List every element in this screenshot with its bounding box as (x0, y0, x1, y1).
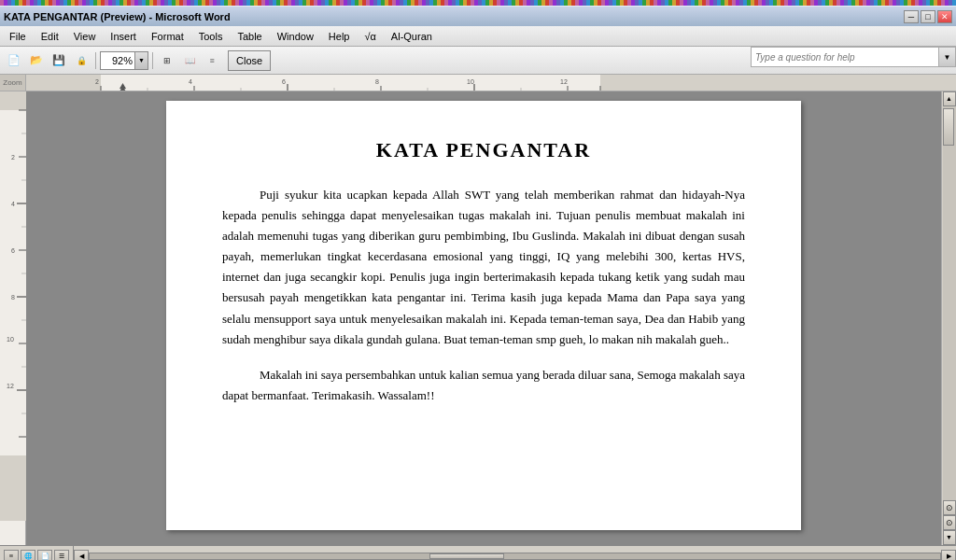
zoom-box: ▼ (100, 51, 148, 70)
scroll-track[interactable] (943, 106, 956, 500)
save-button[interactable]: 💾 (49, 50, 69, 71)
print-view-icon[interactable]: 📄 (37, 550, 52, 561)
svg-text:12: 12 (7, 383, 14, 389)
horizontal-ruler: 2 4 6 8 10 12 (26, 75, 956, 91)
new-doc-button[interactable]: 📄 (4, 50, 24, 71)
toolbar-separator-2 (152, 52, 153, 69)
vertical-ruler: 2 4 6 8 10 12 (0, 91, 26, 545)
title-bar-buttons: ─ □ ✕ (904, 10, 952, 23)
scroll-area[interactable]: KATA PENGANTAR Puji syukur kita ucapkan … (26, 91, 941, 545)
question-arrow[interactable]: ▼ (938, 48, 955, 66)
reading-layout-button[interactable]: 📖 (179, 50, 200, 71)
permission-button[interactable]: 🔒 (71, 50, 91, 71)
view-buttons: ≡ 🌐 📄 ☰ (0, 546, 74, 560)
svg-text:12: 12 (560, 78, 568, 85)
svg-text:6: 6 (11, 247, 15, 254)
scroll-up-button[interactable]: ▲ (943, 91, 956, 106)
paragraph-1: Puji syukur kita ucapkan kepada Allah SW… (222, 185, 745, 350)
ruler-corner[interactable]: Zoom (0, 75, 26, 91)
normal-view-button[interactable]: ≡ (202, 50, 222, 71)
svg-rect-2 (600, 75, 956, 91)
question-bar: ▼ (751, 47, 956, 67)
scroll-down-button[interactable]: ▼ (943, 530, 956, 545)
menu-format[interactable]: Format (144, 29, 191, 44)
close-button[interactable]: ✕ (937, 10, 952, 23)
menu-formula[interactable]: √α (357, 29, 383, 44)
menu-view[interactable]: View (66, 29, 104, 44)
menu-window[interactable]: Window (270, 29, 321, 44)
ruler-area: Zoom 2 4 6 8 10 (0, 75, 956, 91)
scroll-prev-page-button[interactable]: ⊙ (943, 500, 956, 515)
print-layout-button[interactable]: ⊞ (157, 50, 177, 71)
normal-view-icon[interactable]: ≡ (4, 550, 19, 561)
title-bar: KATA PENGANTAR (Preview) - Microsoft Wor… (0, 6, 956, 26)
document-page: KATA PENGANTAR Puji syukur kita ucapkan … (166, 101, 801, 530)
close-toolbar-button[interactable]: Close (228, 50, 271, 71)
menu-file[interactable]: File (2, 29, 34, 44)
horizontal-scroll-area: ◀ ▶ (74, 546, 956, 560)
menu-insert[interactable]: Insert (103, 29, 144, 44)
paragraph-2: Makalah ini saya persembahkan untuk kali… (222, 365, 745, 406)
svg-text:8: 8 (375, 78, 379, 85)
minimize-button[interactable]: ─ (904, 10, 919, 23)
h-scroll-track[interactable] (89, 553, 941, 560)
menu-bar: File Edit View Insert Format Tools Table… (0, 26, 956, 47)
svg-text:6: 6 (282, 78, 286, 85)
zoom-arrow[interactable]: ▼ (134, 52, 148, 69)
svg-rect-1 (26, 75, 101, 91)
svg-rect-24 (0, 91, 26, 110)
toolbar-separator-1 (95, 52, 96, 69)
svg-text:2: 2 (11, 154, 15, 161)
question-input[interactable] (752, 52, 938, 63)
scroll-thumb[interactable] (943, 108, 954, 146)
title-bar-text: KATA PENGANTAR (Preview) - Microsoft Wor… (4, 11, 231, 22)
document-body: Puji syukur kita ucapkan kepada Allah SW… (222, 185, 745, 406)
svg-text:10: 10 (7, 336, 14, 343)
open-button[interactable]: 📂 (26, 50, 47, 71)
page-container: KATA PENGANTAR Puji syukur kita ucapkan … (26, 91, 941, 539)
right-scrollbar: ▲ ⊙ ⊙ ▼ (941, 91, 956, 545)
web-view-icon[interactable]: 🌐 (21, 550, 35, 561)
menu-edit[interactable]: Edit (34, 29, 66, 44)
svg-text:4: 4 (11, 201, 15, 207)
scroll-next-page-button[interactable]: ⊙ (943, 515, 956, 530)
zoom-input[interactable] (101, 55, 134, 66)
document-title: KATA PENGANTAR (222, 138, 745, 162)
v-ruler-svg: 2 4 6 8 10 12 (0, 91, 26, 521)
main-area: 2 4 6 8 10 12 KATA PENGANTAR Puji syukur… (0, 91, 956, 545)
h-scroll-thumb[interactable] (429, 553, 504, 559)
menu-table[interactable]: Table (230, 29, 269, 44)
bottom-bar: ≡ 🌐 📄 ☰ ◀ ▶ (0, 545, 956, 560)
menu-help[interactable]: Help (321, 29, 358, 44)
menu-alquran[interactable]: Al-Quran (384, 29, 440, 44)
svg-text:2: 2 (95, 78, 99, 85)
svg-text:4: 4 (189, 78, 192, 85)
h-scroll-left-button[interactable]: ◀ (74, 550, 89, 561)
svg-text:8: 8 (11, 294, 15, 301)
menu-tools[interactable]: Tools (191, 29, 231, 44)
outline-view-icon[interactable]: ☰ (54, 550, 69, 561)
svg-text:10: 10 (467, 78, 474, 85)
zoom-label: Zoom (3, 78, 21, 87)
svg-rect-25 (0, 455, 26, 521)
maximize-button[interactable]: □ (921, 10, 935, 23)
ruler-svg: 2 4 6 8 10 12 (26, 75, 956, 91)
h-scroll-right-button[interactable]: ▶ (941, 550, 956, 561)
